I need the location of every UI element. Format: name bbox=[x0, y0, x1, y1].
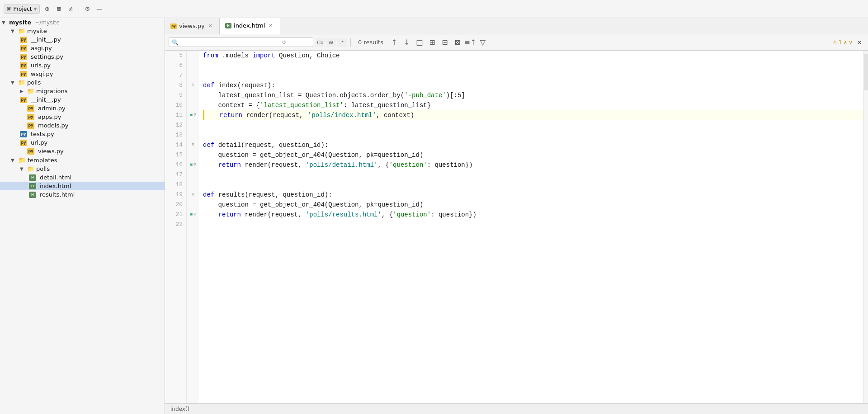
prev-result-button[interactable]: ↑ bbox=[389, 38, 400, 47]
line-num-5: 5 bbox=[165, 51, 186, 61]
sidebar-item-models[interactable]: ▶ py models.py bbox=[0, 121, 165, 130]
bookmark-icon-21: ■ bbox=[190, 210, 193, 220]
url-py-icon: py bbox=[20, 140, 27, 146]
fold-arrow-21[interactable]: ▽ bbox=[193, 210, 196, 220]
sidebar-item-init-mysite[interactable]: py __init__.py bbox=[0, 35, 165, 44]
sidebar-item-views[interactable]: ▶ py views.py bbox=[0, 147, 165, 155]
code-line-8[interactable]: def index(request): bbox=[203, 80, 863, 90]
line-num-17: 17 bbox=[165, 170, 186, 180]
results-html-icon: H bbox=[29, 192, 36, 198]
code-line-11[interactable]: return render(request, 'polls/index.html… bbox=[203, 110, 863, 120]
warning-down-icon[interactable]: ∨ bbox=[849, 39, 853, 46]
init-mysite-py-icon: py bbox=[20, 37, 27, 43]
sidebar-item-init-polls[interactable]: py __init__.py bbox=[0, 95, 165, 104]
line-num-6: 6 bbox=[165, 61, 186, 71]
align-right-icon[interactable]: ≢ bbox=[66, 5, 75, 14]
code-line-22[interactable] bbox=[203, 220, 863, 230]
line-num-10: 10 bbox=[165, 100, 186, 110]
fold-arrow-16[interactable]: ▽ bbox=[193, 160, 196, 170]
sidebar-item-detail-html[interactable]: H detail.html bbox=[0, 173, 165, 182]
gutter-cell-19: ▽ bbox=[187, 190, 199, 200]
whole-word-button[interactable]: W bbox=[326, 38, 336, 47]
sidebar-item-polls-folder[interactable]: ▼ 📁 polls bbox=[0, 78, 165, 87]
code-line-6[interactable] bbox=[203, 61, 863, 71]
settings-py-icon: py bbox=[20, 54, 27, 60]
code-line-5[interactable]: from .models import Question, Choice bbox=[203, 51, 863, 61]
regex-button[interactable]: .* bbox=[337, 38, 347, 47]
case-sensitive-button[interactable]: Cc bbox=[315, 38, 325, 47]
code-editor: 5678910111213141516171819202122 ▽■▽▽■▽▽■… bbox=[165, 51, 868, 403]
sidebar-root[interactable]: ▼ mysite ~/mysite bbox=[0, 18, 165, 27]
search-refresh-icon: ↺ bbox=[282, 39, 286, 46]
gutter-cell-21: ■▽ bbox=[187, 210, 199, 220]
code-line-19[interactable]: def results(request, question_id): bbox=[203, 190, 863, 200]
sidebar-item-apps[interactable]: ▶ py apps.py bbox=[0, 113, 165, 121]
fold-arrow-19[interactable]: ▽ bbox=[192, 190, 194, 200]
gutter-cell-15 bbox=[187, 150, 199, 160]
bookmark-icon-11: ■ bbox=[190, 110, 193, 120]
polls-sub-arrow-icon: ▼ bbox=[20, 166, 25, 171]
sort-button[interactable]: ≡↑ bbox=[465, 38, 476, 47]
mysite-folder-label: mysite bbox=[27, 28, 47, 34]
code-line-18[interactable] bbox=[203, 180, 863, 190]
expand-results-button[interactable]: □ bbox=[414, 38, 425, 47]
code-line-16[interactable]: return render(request, 'polls/detail.htm… bbox=[203, 160, 863, 170]
line-num-15: 15 bbox=[165, 150, 186, 160]
index-tab-close[interactable]: ✕ bbox=[267, 22, 274, 29]
code-line-14[interactable]: def detail(request, question_id): bbox=[203, 140, 863, 150]
sidebar-item-templates-folder[interactable]: ▼ 📁 templates bbox=[0, 155, 165, 165]
sidebar-item-index-html[interactable]: H index.html bbox=[0, 182, 165, 190]
init-polls-label: __init__.py bbox=[31, 96, 61, 103]
views-tab-close[interactable]: ✕ bbox=[207, 23, 214, 29]
tests-py-icon: py bbox=[20, 131, 27, 137]
code-line-15[interactable]: question = get_object_or_404(Question, p… bbox=[203, 150, 863, 160]
settings-icon[interactable]: ⚙ bbox=[83, 5, 92, 14]
mysite-folder-icon: 📁 bbox=[18, 28, 25, 34]
code-line-12[interactable] bbox=[203, 120, 863, 130]
project-button[interactable]: ▣ Project ▼ bbox=[4, 5, 40, 14]
fold-arrow-14[interactable]: ▽ bbox=[192, 140, 194, 150]
next-result-button[interactable]: ↓ bbox=[401, 38, 412, 47]
code-line-21[interactable]: return render(request, 'polls/results.ht… bbox=[203, 210, 863, 220]
sidebar-item-migrations[interactable]: ▶ 📁 migrations bbox=[0, 87, 165, 95]
filter-button[interactable]: ▽ bbox=[477, 38, 488, 47]
filter-lines-button[interactable]: ⊞ bbox=[427, 38, 438, 47]
sidebar-item-tests[interactable]: py tests.py bbox=[0, 130, 165, 138]
sidebar-item-mysite-folder[interactable]: ▼ 📁 mysite bbox=[0, 27, 165, 35]
gutter-cell-8: ▽ bbox=[187, 80, 199, 90]
code-lines[interactable]: from .models import Question, Choice def… bbox=[199, 51, 863, 403]
code-line-13[interactable] bbox=[203, 130, 863, 140]
sidebar-item-polls-sub-folder[interactable]: ▼ 📁 polls bbox=[0, 165, 165, 173]
migrations-arrow-icon: ▶ bbox=[20, 89, 25, 94]
search-input[interactable] bbox=[180, 39, 280, 46]
sidebar-item-admin[interactable]: ▶ py admin.py bbox=[0, 104, 165, 113]
fold-arrow-8[interactable]: ▽ bbox=[192, 80, 194, 90]
warning-up-icon[interactable]: ∧ bbox=[843, 39, 847, 46]
templates-folder-icon: 📁 bbox=[18, 156, 26, 164]
remove-highlights-button[interactable]: ⊟ bbox=[439, 38, 450, 47]
sidebar-item-settings[interactable]: py settings.py bbox=[0, 52, 165, 61]
tab-views-py[interactable]: py views.py ✕ bbox=[165, 18, 220, 34]
close-search-button[interactable]: ✕ bbox=[854, 38, 864, 47]
sidebar-item-asgi[interactable]: py asgi.py bbox=[0, 44, 165, 52]
sidebar-item-urls[interactable]: py urls.py bbox=[0, 61, 165, 70]
line-num-9: 9 bbox=[165, 90, 186, 100]
minimize-icon[interactable]: — bbox=[94, 5, 104, 14]
sidebar-item-url[interactable]: py url.py bbox=[0, 138, 165, 147]
code-line-17[interactable] bbox=[203, 170, 863, 180]
tab-index-html[interactable]: H index.html ✕ bbox=[220, 18, 280, 34]
init-polls-py-icon: py bbox=[20, 97, 27, 103]
align-left-icon[interactable]: ≣ bbox=[54, 5, 63, 14]
select-all-button[interactable]: ⊠ bbox=[452, 38, 463, 47]
add-icon[interactable]: ⊕ bbox=[42, 5, 52, 14]
minimap[interactable] bbox=[863, 51, 868, 403]
fold-arrow-11[interactable]: ▽ bbox=[193, 110, 196, 120]
code-line-7[interactable] bbox=[203, 71, 863, 80]
code-line-10[interactable]: context = {'latest_question_list': lates… bbox=[203, 100, 863, 110]
sidebar-item-wsgi[interactable]: py wsgi.py bbox=[0, 70, 165, 78]
sidebar-item-results-html[interactable]: H results.html bbox=[0, 190, 165, 199]
gutter-cell-9 bbox=[187, 90, 199, 100]
code-line-9[interactable]: latest_question_list = Question.objects.… bbox=[203, 90, 863, 100]
line-num-14: 14 bbox=[165, 140, 186, 150]
code-line-20[interactable]: question = get_object_or_404(Question, p… bbox=[203, 200, 863, 210]
